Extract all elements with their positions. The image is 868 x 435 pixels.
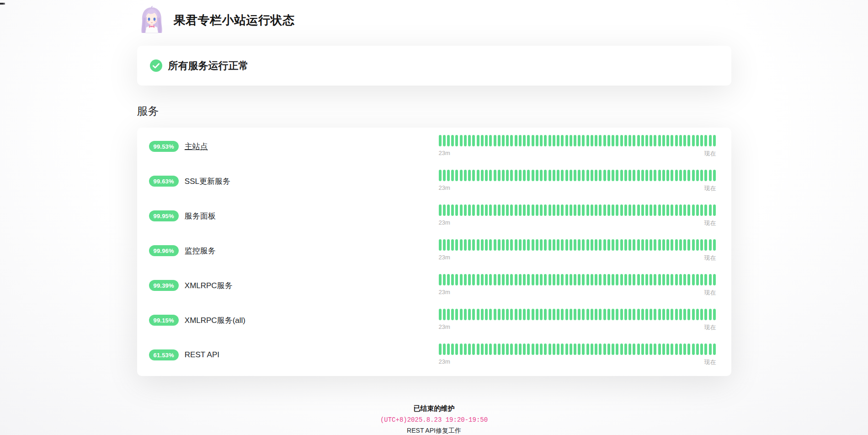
heartbeat-bar[interactable] (510, 135, 513, 146)
heartbeat-bar[interactable] (683, 170, 686, 181)
heartbeat-bar[interactable] (607, 239, 610, 251)
heartbeat-bar[interactable] (692, 274, 695, 285)
heartbeat-bar[interactable] (561, 135, 564, 146)
heartbeat-bar[interactable] (687, 204, 690, 216)
heartbeat-bar[interactable] (447, 309, 450, 320)
heartbeat-bar[interactable] (628, 170, 631, 181)
heartbeat-bar[interactable] (447, 204, 450, 216)
heartbeat-bar[interactable] (460, 135, 463, 146)
heartbeat-bar[interactable] (540, 274, 543, 285)
heartbeat-bar[interactable] (451, 135, 454, 146)
heartbeat-bar[interactable] (523, 239, 526, 251)
heartbeat-bar[interactable] (557, 344, 559, 355)
heartbeat-bar[interactable] (439, 239, 442, 251)
heartbeat-bar[interactable] (515, 239, 517, 251)
heartbeat-bar[interactable] (510, 344, 513, 355)
heartbeat-bar[interactable] (650, 204, 652, 216)
heartbeat-bar[interactable] (624, 135, 627, 146)
heartbeat-bar[interactable] (582, 274, 585, 285)
heartbeat-bar[interactable] (654, 204, 656, 216)
heartbeat-bar[interactable] (523, 274, 526, 285)
heartbeat-bar[interactable] (553, 309, 555, 320)
heartbeat-bar[interactable] (683, 344, 686, 355)
heartbeat-bar[interactable] (498, 239, 501, 251)
heartbeat-bar[interactable] (671, 204, 673, 216)
heartbeat-bar[interactable] (650, 170, 652, 181)
heartbeat-bar[interactable] (675, 239, 678, 251)
heartbeat-bar[interactable] (696, 274, 699, 285)
heartbeat-bar[interactable] (578, 170, 580, 181)
heartbeat-bar[interactable] (544, 239, 547, 251)
heartbeat-bar[interactable] (683, 274, 686, 285)
heartbeat-bar[interactable] (692, 344, 695, 355)
heartbeat-bar[interactable] (578, 239, 580, 251)
heartbeat-bar[interactable] (506, 274, 509, 285)
heartbeat-bar[interactable] (553, 239, 555, 251)
heartbeat-bar[interactable] (464, 204, 467, 216)
heartbeat-bar[interactable] (536, 344, 538, 355)
heartbeat-bar[interactable] (439, 170, 442, 181)
heartbeat-bar[interactable] (532, 239, 534, 251)
heartbeat-bar[interactable] (704, 309, 707, 320)
heartbeat-bar[interactable] (624, 239, 627, 251)
heartbeat-bar[interactable] (666, 135, 669, 146)
heartbeat-bar[interactable] (532, 170, 534, 181)
heartbeat-bar[interactable] (443, 239, 446, 251)
heartbeat-bar[interactable] (460, 274, 463, 285)
heartbeat-bar[interactable] (515, 274, 517, 285)
heartbeat-bar[interactable] (477, 344, 479, 355)
heartbeat-bar[interactable] (498, 274, 501, 285)
heartbeat-bar[interactable] (624, 309, 627, 320)
heartbeat-bar[interactable] (481, 170, 484, 181)
heartbeat-bar[interactable] (477, 170, 479, 181)
heartbeat-bar[interactable] (671, 309, 673, 320)
heartbeat-bar[interactable] (498, 204, 501, 216)
heartbeat-bar[interactable] (472, 135, 475, 146)
heartbeat-bar[interactable] (654, 170, 656, 181)
heartbeat-bar[interactable] (603, 170, 606, 181)
heartbeat-bar[interactable] (671, 344, 673, 355)
heartbeat-bar[interactable] (683, 309, 686, 320)
heartbeat-bar[interactable] (620, 170, 623, 181)
heartbeat-bar[interactable] (532, 274, 534, 285)
heartbeat-bar[interactable] (523, 135, 526, 146)
heartbeat-bar[interactable] (679, 239, 682, 251)
heartbeat-bar[interactable] (451, 170, 454, 181)
heartbeat-bar[interactable] (502, 239, 505, 251)
heartbeat-bar[interactable] (523, 204, 526, 216)
heartbeat-bar[interactable] (633, 309, 635, 320)
heartbeat-bar[interactable] (447, 239, 450, 251)
heartbeat-bar[interactable] (561, 344, 564, 355)
heartbeat-bar[interactable] (658, 344, 661, 355)
heartbeat-bar[interactable] (565, 239, 568, 251)
heartbeat-bar[interactable] (557, 135, 559, 146)
heartbeat-bar[interactable] (637, 274, 640, 285)
heartbeat-bar[interactable] (645, 239, 648, 251)
heartbeat-bar[interactable] (468, 204, 471, 216)
heartbeat-bar[interactable] (713, 309, 716, 320)
heartbeat-bar[interactable] (595, 344, 597, 355)
heartbeat-bar[interactable] (485, 309, 488, 320)
heartbeat-bar[interactable] (536, 204, 538, 216)
heartbeat-bar[interactable] (447, 344, 450, 355)
heartbeat-bar[interactable] (527, 170, 530, 181)
heartbeat-bar[interactable] (519, 274, 522, 285)
heartbeat-bar[interactable] (527, 344, 530, 355)
heartbeat-bar[interactable] (704, 204, 707, 216)
heartbeat-bar[interactable] (527, 239, 530, 251)
heartbeat-bar[interactable] (578, 135, 580, 146)
heartbeat-bar[interactable] (666, 204, 669, 216)
heartbeat-bar[interactable] (675, 135, 678, 146)
heartbeat-bar[interactable] (460, 239, 463, 251)
heartbeat-bar[interactable] (464, 170, 467, 181)
heartbeat-bar[interactable] (515, 170, 517, 181)
heartbeat-bar[interactable] (485, 239, 488, 251)
heartbeat-bar[interactable] (498, 135, 501, 146)
heartbeat-bar[interactable] (532, 344, 534, 355)
heartbeat-bar[interactable] (662, 135, 665, 146)
heartbeat-bar[interactable] (700, 204, 703, 216)
heartbeat-bar[interactable] (494, 344, 496, 355)
heartbeat-bar[interactable] (570, 135, 572, 146)
heartbeat-bar[interactable] (443, 135, 446, 146)
heartbeat-bar[interactable] (536, 135, 538, 146)
